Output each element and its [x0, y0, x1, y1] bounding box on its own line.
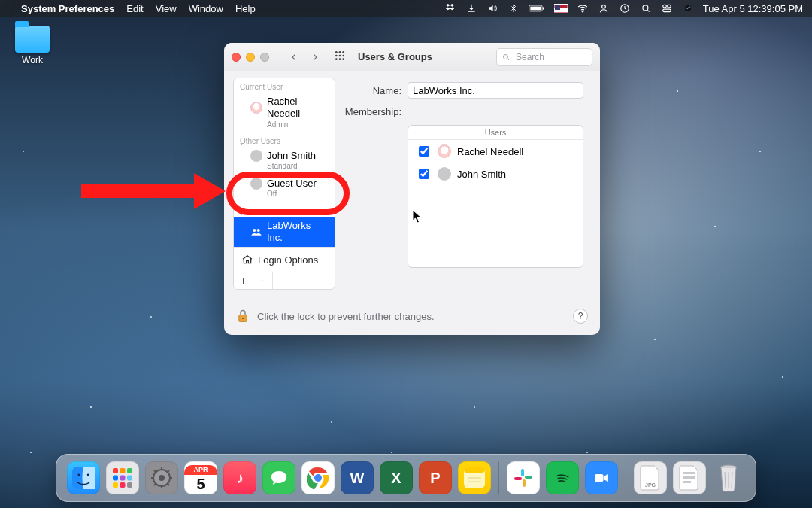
- avatar-icon: [438, 144, 451, 158]
- help-button[interactable]: ?: [573, 309, 588, 324]
- member-row: Rachel Needell: [408, 140, 583, 163]
- dock-spotify[interactable]: [546, 461, 579, 494]
- svg-point-19: [342, 58, 344, 60]
- svg-point-22: [257, 229, 260, 232]
- svg-point-18: [339, 58, 341, 60]
- download-icon[interactable]: [465, 2, 477, 14]
- menu-help[interactable]: Help: [235, 3, 256, 14]
- control-center-icon[interactable]: [661, 2, 673, 14]
- svg-point-6: [643, 5, 648, 11]
- menu-bar-status: Tue Apr 5 12:39:05 PM: [444, 2, 803, 14]
- dock-excel[interactable]: X: [380, 461, 413, 494]
- menu-app-name[interactable]: System Preferences: [21, 3, 114, 14]
- window-toolbar: Users & Groups: [224, 43, 600, 71]
- sidebar-user-guest[interactable]: Guest User Off: [234, 175, 335, 202]
- login-options-button[interactable]: Login Options: [234, 247, 335, 272]
- dock-slack[interactable]: [507, 461, 540, 494]
- menu-edit[interactable]: Edit: [126, 3, 143, 14]
- dock-notes[interactable]: [458, 461, 491, 494]
- toolbar-back-button[interactable]: [284, 48, 304, 66]
- dock-word[interactable]: W: [341, 461, 374, 494]
- wifi-icon[interactable]: [577, 2, 589, 14]
- svg-rect-8: [667, 5, 671, 8]
- dock-trash[interactable]: [712, 461, 745, 494]
- remove-user-button[interactable]: −: [253, 272, 273, 289]
- menu-view[interactable]: View: [156, 3, 177, 14]
- dock-zoom[interactable]: [585, 461, 618, 494]
- group-icon: [250, 227, 262, 236]
- lock-text: Click the lock to prevent further change…: [257, 311, 435, 322]
- window-minimize-button[interactable]: [246, 53, 255, 62]
- svg-line-45: [154, 483, 156, 485]
- sidebar-add-remove: + −: [234, 272, 335, 289]
- add-user-button[interactable]: +: [234, 272, 253, 289]
- dock-calendar[interactable]: APR 5: [184, 461, 217, 494]
- menu-bar: System Preferences Edit View Window Help…: [0, 0, 812, 17]
- toolbar-search-field[interactable]: [496, 48, 592, 66]
- sidebar-section-current-user: Current User: [234, 78, 335, 93]
- svg-point-20: [504, 54, 508, 59]
- dock-doc-generic[interactable]: [673, 461, 706, 494]
- toolbar-show-all-icon[interactable]: [334, 50, 346, 64]
- dock-music[interactable]: ♪: [223, 461, 256, 494]
- avatar-icon: [250, 102, 262, 114]
- volume-icon[interactable]: [486, 2, 498, 14]
- dropbox-icon[interactable]: [444, 2, 456, 14]
- svg-rect-56: [523, 479, 526, 487]
- window-close-button[interactable]: [232, 53, 241, 62]
- svg-point-15: [339, 55, 341, 57]
- svg-rect-54: [521, 469, 524, 476]
- member-checkbox-rachel[interactable]: [419, 146, 429, 157]
- menu-window[interactable]: Window: [189, 3, 223, 14]
- svg-rect-28: [113, 468, 118, 473]
- svg-point-27: [87, 474, 89, 476]
- dock-powerpoint[interactable]: P: [419, 461, 452, 494]
- member-row: John Smith: [408, 163, 583, 185]
- sidebar-item-label: Rachel Needell: [267, 96, 329, 120]
- svg-rect-55: [525, 476, 532, 479]
- dock-system-preferences[interactable]: [145, 461, 178, 494]
- menu-clock[interactable]: Tue Apr 5 12:39:05 PM: [703, 3, 803, 14]
- svg-point-17: [335, 58, 338, 60]
- group-name-input[interactable]: [408, 82, 583, 99]
- sidebar-user-john-smith[interactable]: John Smith Standard: [234, 147, 335, 175]
- member-checkbox-john[interactable]: [419, 169, 429, 179]
- lock-icon[interactable]: [236, 308, 250, 324]
- svg-line-43: [154, 470, 156, 473]
- svg-point-16: [342, 55, 344, 57]
- siri-icon[interactable]: [682, 2, 694, 14]
- dock-messages[interactable]: [262, 461, 295, 494]
- user-icon[interactable]: [598, 2, 610, 14]
- sidebar-user-rachel-needell[interactable]: Rachel Needell Admin: [234, 93, 335, 132]
- sidebar-group-labworks[interactable]: LabWorks Inc.: [234, 217, 335, 248]
- svg-point-21: [253, 229, 256, 232]
- clock-alt-icon[interactable]: [619, 2, 631, 14]
- svg-point-14: [335, 55, 338, 57]
- flag-us-icon[interactable]: [554, 4, 568, 13]
- sidebar-item-role: Standard: [267, 162, 329, 172]
- svg-line-46: [167, 470, 169, 473]
- desktop-folder-work[interactable]: Work: [6, 26, 59, 65]
- avatar-icon: [250, 178, 262, 190]
- dock-separator: [498, 461, 499, 494]
- sidebar-section-groups[interactable]: ⌄ Groups: [234, 202, 335, 217]
- bluetooth-icon[interactable]: [508, 2, 520, 14]
- svg-point-12: [339, 51, 341, 53]
- svg-text:JPG: JPG: [645, 482, 656, 488]
- dock-launchpad[interactable]: [106, 461, 139, 494]
- dock-finder[interactable]: [67, 461, 100, 494]
- search-input[interactable]: [514, 51, 582, 63]
- svg-rect-30: [127, 468, 132, 473]
- dock-doc-jpg[interactable]: JPG: [634, 461, 667, 494]
- battery-icon[interactable]: [529, 2, 545, 14]
- svg-rect-1: [543, 7, 544, 9]
- sidebar-section-other-users[interactable]: ⌄ Other Users: [234, 132, 335, 147]
- svg-rect-2: [530, 7, 541, 11]
- toolbar-forward-button[interactable]: [305, 48, 325, 66]
- sidebar-item-role: Admin: [267, 120, 329, 130]
- spotlight-icon[interactable]: [640, 2, 652, 14]
- svg-line-44: [167, 483, 169, 485]
- dock-chrome[interactable]: [301, 461, 335, 494]
- users-sidebar: Current User Rachel Needell Admin ⌄ Othe…: [233, 78, 335, 290]
- sidebar-item-label: John Smith: [267, 150, 316, 162]
